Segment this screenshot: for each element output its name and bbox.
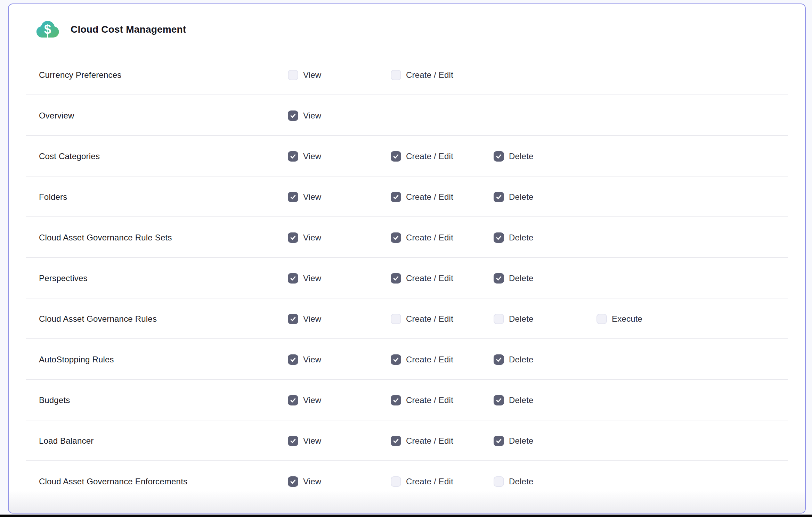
permission-label: View: [303, 436, 321, 446]
checked-checkbox[interactable]: [288, 436, 298, 446]
permission-create-edit-toggle[interactable]: Create / Edit: [391, 314, 453, 324]
permission-view-toggle[interactable]: View: [288, 70, 321, 80]
checked-checkbox[interactable]: [288, 110, 298, 121]
checked-checkbox[interactable]: [494, 232, 504, 243]
checked-checkbox[interactable]: [391, 192, 401, 202]
checked-checkbox[interactable]: [288, 151, 298, 162]
checked-checkbox[interactable]: [288, 314, 298, 324]
checkmark-icon: [495, 356, 502, 363]
permission-delete-toggle[interactable]: Delete: [494, 436, 534, 446]
checked-checkbox[interactable]: [288, 273, 298, 284]
permission-delete-toggle[interactable]: Delete: [494, 232, 534, 243]
checked-checkbox[interactable]: [288, 232, 298, 243]
permission-view-toggle[interactable]: View: [288, 395, 321, 405]
permission-create-edit-toggle[interactable]: Create / Edit: [391, 395, 453, 405]
svg-text:$: $: [44, 22, 51, 36]
permission-create-edit-toggle[interactable]: Create / Edit: [391, 151, 453, 162]
permission-label: Delete: [509, 273, 534, 283]
checked-checkbox[interactable]: [391, 436, 401, 446]
checked-checkbox[interactable]: [494, 192, 504, 202]
checked-checkbox[interactable]: [288, 476, 298, 487]
permission-label: Create / Edit: [406, 233, 453, 243]
permission-delete-toggle[interactable]: Delete: [494, 314, 534, 324]
checked-checkbox[interactable]: [494, 395, 504, 405]
checkmark-icon: [495, 437, 502, 444]
checkmark-icon: [290, 315, 297, 322]
permission-row-load-balancer: Load BalancerViewCreate / EditDelete: [9, 420, 805, 461]
checked-checkbox[interactable]: [494, 273, 504, 284]
unchecked-checkbox[interactable]: [391, 70, 401, 80]
permission-label: View: [303, 233, 321, 243]
checked-checkbox[interactable]: [288, 192, 298, 202]
permission-label: Create / Edit: [406, 355, 453, 364]
permission-delete-toggle[interactable]: Delete: [494, 476, 534, 487]
checkmark-icon: [392, 153, 399, 160]
checked-checkbox[interactable]: [391, 151, 401, 162]
permission-create-edit-toggle[interactable]: Create / Edit: [391, 232, 453, 243]
checked-checkbox[interactable]: [391, 273, 401, 284]
permission-view-toggle[interactable]: View: [288, 436, 321, 446]
permission-delete-toggle[interactable]: Delete: [494, 395, 534, 405]
permission-create-edit-toggle[interactable]: Create / Edit: [391, 70, 453, 80]
permission-create-edit-toggle[interactable]: Create / Edit: [391, 192, 453, 202]
permission-view-toggle[interactable]: View: [288, 110, 321, 121]
resource-label: Cloud Asset Governance Rules: [39, 314, 288, 324]
permission-row-cloud-asset-governance-rule-sets: Cloud Asset Governance Rule SetsViewCrea…: [9, 217, 805, 258]
permission-label: Create / Edit: [406, 192, 453, 202]
module-title: Cloud Cost Management: [71, 24, 186, 35]
permission-label: View: [303, 111, 321, 121]
resource-label: Cost Categories: [39, 151, 288, 161]
checked-checkbox[interactable]: [288, 354, 298, 365]
permission-delete-toggle[interactable]: Delete: [494, 354, 534, 365]
permission-label: Create / Edit: [406, 70, 453, 80]
unchecked-checkbox[interactable]: [596, 314, 607, 324]
checkmark-icon: [290, 356, 297, 363]
permission-delete-toggle[interactable]: Delete: [494, 273, 534, 284]
permission-label: Delete: [509, 355, 534, 364]
checked-checkbox[interactable]: [494, 151, 504, 162]
permission-row-cost-categories: Cost CategoriesViewCreate / EditDelete: [9, 136, 805, 177]
checked-checkbox[interactable]: [288, 395, 298, 405]
resource-label: Load Balancer: [39, 436, 288, 446]
checked-checkbox[interactable]: [494, 436, 504, 446]
permission-view-toggle[interactable]: View: [288, 232, 321, 243]
unchecked-checkbox[interactable]: [494, 476, 504, 487]
checked-checkbox[interactable]: [391, 354, 401, 365]
permission-delete-toggle[interactable]: Delete: [494, 192, 534, 202]
permission-create-edit-toggle[interactable]: Create / Edit: [391, 436, 453, 446]
permission-view-toggle[interactable]: View: [288, 192, 321, 202]
resource-label: Perspectives: [39, 273, 288, 283]
unchecked-checkbox[interactable]: [494, 314, 504, 324]
permission-label: Create / Edit: [406, 273, 453, 283]
permission-create-edit-toggle[interactable]: Create / Edit: [391, 476, 453, 487]
permission-view-toggle[interactable]: View: [288, 273, 321, 284]
permission-label: View: [303, 273, 321, 283]
unchecked-checkbox[interactable]: [391, 476, 401, 487]
permission-create-edit-toggle[interactable]: Create / Edit: [391, 273, 453, 284]
permission-view-toggle[interactable]: View: [288, 476, 321, 487]
permission-execute-toggle[interactable]: Execute: [596, 314, 642, 324]
permission-create-edit-toggle[interactable]: Create / Edit: [391, 354, 453, 365]
unchecked-checkbox[interactable]: [288, 70, 298, 80]
permission-label: View: [303, 192, 321, 202]
permission-view-toggle[interactable]: View: [288, 354, 321, 365]
checkmark-icon: [290, 478, 297, 485]
resource-label: Overview: [39, 111, 288, 121]
checkmark-icon: [392, 234, 399, 241]
unchecked-checkbox[interactable]: [391, 314, 401, 324]
permission-delete-toggle[interactable]: Delete: [494, 151, 534, 162]
permission-label: Execute: [612, 314, 642, 324]
permission-row-folders: FoldersViewCreate / EditDelete: [9, 177, 805, 217]
permission-view-toggle[interactable]: View: [288, 151, 321, 162]
resource-label: Cloud Asset Governance Enforcements: [39, 477, 288, 486]
permission-label: Create / Edit: [406, 314, 453, 324]
permission-label: Create / Edit: [406, 151, 453, 161]
checkmark-icon: [392, 194, 399, 200]
checked-checkbox[interactable]: [391, 232, 401, 243]
permission-view-toggle[interactable]: View: [288, 314, 321, 324]
permissions-card: $ Cloud Cost Management Currency Prefere…: [8, 3, 806, 514]
permission-label: Delete: [509, 436, 534, 446]
checked-checkbox[interactable]: [494, 354, 504, 365]
checked-checkbox[interactable]: [391, 395, 401, 405]
resource-label: Cloud Asset Governance Rule Sets: [39, 233, 288, 243]
